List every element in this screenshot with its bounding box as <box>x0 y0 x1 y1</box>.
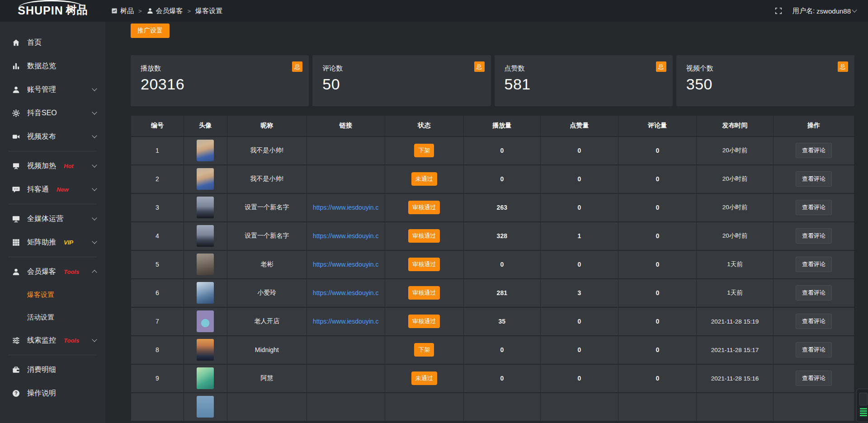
view-comments-button[interactable]: 查看评论 <box>796 171 832 187</box>
cell-avatar <box>184 165 227 193</box>
sidebar-item-badge: VIP <box>64 239 73 246</box>
sidebar-item-视频发布[interactable]: 视频发布 <box>0 125 105 148</box>
sidebar-item-首页[interactable]: 首页 <box>0 31 105 54</box>
floating-widget-stripe <box>860 413 867 414</box>
chevron-down-icon <box>92 109 97 114</box>
sidebar-item-数据总览[interactable]: 数据总览 <box>0 54 105 78</box>
logo-text-en: SHUPIN <box>18 4 63 17</box>
cell-avatar <box>184 364 227 393</box>
promotion-settings-button[interactable]: 推广设置 <box>131 24 170 38</box>
cell-status: 审核通过 <box>385 193 463 222</box>
cell-action <box>773 393 854 421</box>
cell-comments: 0 <box>618 193 697 222</box>
avatar <box>197 282 214 304</box>
sidebar-item-操作说明[interactable]: ?操作说明 <box>0 381 105 405</box>
cell-nickname: 我不是小帅! <box>227 165 307 193</box>
cell-id: 4 <box>131 222 184 250</box>
cell-id: 5 <box>131 250 184 279</box>
status-badge: 审核通过 <box>408 315 440 328</box>
cell-link: https://www.iesdouyin.c <box>307 193 385 222</box>
sidebar-item-label: 矩阵助推 <box>27 238 56 247</box>
breadcrumb: 树品>会员爆客>爆客设置 <box>111 7 222 15</box>
user-icon <box>12 85 20 94</box>
cell-nickname: 设置一个新名字 <box>227 222 307 250</box>
sidebar-divider <box>8 204 97 204</box>
cell-id <box>131 393 184 421</box>
cell-action: 查看评论 <box>773 250 854 279</box>
chevron-down-icon <box>852 7 857 12</box>
sidebar-item-抖客通[interactable]: 抖客通New <box>0 178 105 201</box>
stat-label: 视频个数 <box>686 64 844 73</box>
fullscreen-icon[interactable] <box>774 7 783 15</box>
cell-plays: 263 <box>463 193 540 222</box>
cell-plays: 0 <box>463 364 540 393</box>
breadcrumb-item[interactable]: 树品 <box>111 7 134 15</box>
sidebar-item-账号管理[interactable]: 账号管理 <box>0 78 105 101</box>
video-link[interactable]: https://www.iesdouyin.c <box>313 318 379 325</box>
cell-action: 查看评论 <box>773 222 854 250</box>
view-comments-button[interactable]: 查看评论 <box>796 342 832 357</box>
cell-plays: 328 <box>463 222 540 250</box>
floating-widget[interactable] <box>856 389 868 422</box>
cell-action: 查看评论 <box>773 136 854 165</box>
cell-action: 查看评论 <box>773 279 854 307</box>
cell-status <box>385 393 463 421</box>
cell-status: 下架 <box>385 336 463 364</box>
username-value: zswodun88 <box>816 7 851 15</box>
cell-nickname <box>227 393 307 421</box>
cell-id: 1 <box>131 136 184 165</box>
view-comments-button[interactable]: 查看评论 <box>796 228 832 244</box>
cell-time: 1天前 <box>697 250 774 279</box>
sidebar-divider <box>8 257 97 257</box>
member-icon <box>12 268 20 276</box>
view-comments-button[interactable]: 查看评论 <box>796 257 832 272</box>
video-link[interactable]: https://www.iesdouyin.c <box>313 261 379 268</box>
breadcrumb-item: 爆客设置 <box>195 7 222 15</box>
cell-plays: 0 <box>463 336 540 364</box>
table-row <box>131 393 854 421</box>
status-badge: 未通过 <box>411 172 437 186</box>
cell-status: 未通过 <box>385 165 463 193</box>
user-menu[interactable]: 用户名: zswodun88 <box>793 7 856 15</box>
sidebar-item-label: 抖客通 <box>27 185 49 194</box>
cell-link: https://www.iesdouyin.c <box>307 250 385 279</box>
view-comments-button[interactable]: 查看评论 <box>796 143 832 158</box>
cell-plays <box>463 393 540 421</box>
stat-value: 581 <box>505 75 663 93</box>
cell-comments: 0 <box>618 336 697 364</box>
cell-status: 审核通过 <box>385 250 463 279</box>
view-comments-button[interactable]: 查看评论 <box>796 314 832 329</box>
video-link[interactable]: https://www.iesdouyin.c <box>313 289 379 296</box>
video-link[interactable]: https://www.iesdouyin.c <box>313 232 379 240</box>
view-comments-button[interactable]: 查看评论 <box>796 285 832 301</box>
floating-widget-stripe <box>860 410 867 412</box>
sidebar-item-矩阵助推[interactable]: 矩阵助推VIP <box>0 230 105 254</box>
sidebar-item-抖音SEO[interactable]: 抖音SEO <box>0 101 105 125</box>
sliders-icon <box>12 336 20 345</box>
view-comments-button[interactable]: 查看评论 <box>796 200 832 215</box>
view-comments-button[interactable]: 查看评论 <box>796 371 832 386</box>
stat-value: 350 <box>686 75 844 93</box>
stat-value: 50 <box>322 75 481 93</box>
sidebar-item-线索监控[interactable]: 线索监控Tools <box>0 329 105 352</box>
sidebar-item-视频加热[interactable]: 视频加热Hot <box>0 154 105 178</box>
sidebar-item-消费明细[interactable]: 消费明细 <box>0 358 105 381</box>
cell-link <box>307 393 385 421</box>
column-header-链接: 链接 <box>307 116 385 136</box>
avatar <box>197 254 214 275</box>
screen-icon <box>12 162 20 170</box>
gear-icon <box>12 109 20 118</box>
sidebar-item-全媒体运营[interactable]: 全媒体运营 <box>0 207 105 230</box>
monitor-icon <box>12 215 20 223</box>
sidebar-item-会员爆客[interactable]: 会员爆客Tools <box>0 260 105 283</box>
video-link[interactable]: https://www.iesdouyin.c <box>313 204 379 211</box>
chevron-down-icon <box>92 337 97 342</box>
breadcrumb-label: 爆客设置 <box>195 7 222 15</box>
sidebar-subitem-活动设置[interactable]: 活动设置 <box>0 306 105 329</box>
dashboard-icon <box>111 7 118 14</box>
sidebar-subitem-爆客设置[interactable]: 爆客设置 <box>0 283 105 306</box>
breadcrumb-item[interactable]: 会员爆客 <box>146 7 183 15</box>
chevron-down-icon <box>92 162 97 167</box>
breadcrumb-separator: > <box>188 8 191 14</box>
stat-card-评论数: 评论数50总 <box>312 55 491 106</box>
